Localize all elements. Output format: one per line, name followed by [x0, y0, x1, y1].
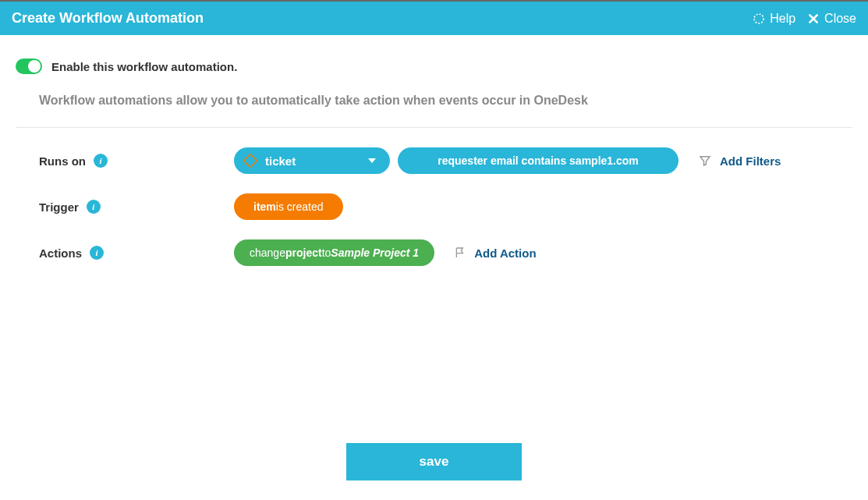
trigger-row: Trigger i item is created: [16, 193, 852, 220]
runs-on-label: Runs on i: [39, 154, 234, 168]
add-action-button[interactable]: Add Action: [454, 246, 536, 260]
svg-rect-3: [244, 154, 257, 168]
description-text: Workflow automations allow you to automa…: [16, 94, 852, 128]
info-icon[interactable]: i: [87, 200, 101, 214]
type-label: ticket: [265, 154, 296, 168]
help-label: Help: [770, 12, 795, 26]
save-button[interactable]: save: [346, 443, 522, 480]
info-icon[interactable]: i: [90, 246, 104, 260]
add-filters-button[interactable]: Add Filters: [698, 154, 781, 168]
action-value: Sample Project 1: [331, 246, 419, 259]
close-label: Close: [824, 12, 856, 26]
runs-on-row: Runs on i ticket requester email contain…: [16, 147, 852, 174]
chevron-down-icon: [368, 158, 376, 163]
action-verb: change: [250, 246, 285, 259]
info-icon[interactable]: i: [94, 154, 108, 168]
help-icon: [753, 12, 765, 25]
filter-pill[interactable]: requester email contains sample1.com: [398, 147, 678, 174]
type-dropdown[interactable]: ticket: [234, 147, 390, 174]
action-field: project: [285, 246, 322, 259]
close-icon: [807, 12, 820, 25]
toggle-knob: [28, 60, 41, 73]
trigger-subject: item: [253, 200, 276, 213]
dialog-content: Enable this workflow automation. Workflo…: [0, 35, 868, 266]
svg-point-0: [754, 14, 763, 23]
enable-toggle[interactable]: [16, 59, 42, 74]
header-actions: Help Close: [753, 12, 856, 26]
dialog-header: Create Workflow Automation Help Close: [0, 0, 868, 35]
enable-row: Enable this workflow automation.: [16, 59, 852, 74]
actions-label: Actions i: [39, 246, 234, 260]
actions-content: change project to Sample Project 1 Add A…: [234, 239, 537, 266]
runs-on-content: ticket requester email contains sample1.…: [234, 147, 781, 174]
action-to: to: [322, 246, 331, 259]
trigger-content: item is created: [234, 193, 343, 220]
runs-on-text: Runs on: [39, 154, 86, 168]
filter-text: requester email contains sample1.com: [438, 154, 639, 167]
enable-label: Enable this workflow automation.: [51, 60, 237, 73]
action-pill[interactable]: change project to Sample Project 1: [234, 239, 434, 266]
dialog-title: Create Workflow Automation: [12, 10, 204, 27]
trigger-text: Trigger: [39, 200, 79, 214]
help-button[interactable]: Help: [753, 12, 795, 26]
dialog-footer: save: [0, 443, 868, 480]
actions-row: Actions i change project to Sample Proje…: [16, 239, 852, 266]
trigger-pill[interactable]: item is created: [234, 193, 343, 220]
filter-icon: [698, 154, 712, 168]
flag-icon: [454, 246, 466, 259]
close-button[interactable]: Close: [807, 12, 856, 26]
ticket-icon: [243, 154, 257, 168]
add-filters-label: Add Filters: [720, 154, 781, 168]
add-action-label: Add Action: [474, 246, 536, 260]
trigger-label: Trigger i: [39, 200, 234, 214]
actions-text: Actions: [39, 246, 82, 260]
trigger-verb: is created: [276, 200, 324, 213]
